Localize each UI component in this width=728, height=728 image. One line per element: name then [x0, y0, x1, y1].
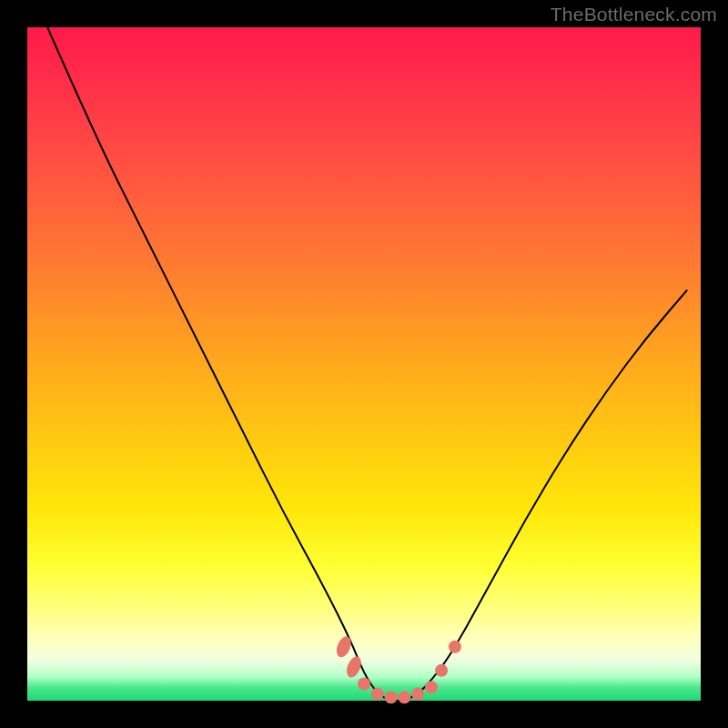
- curve-marker: [371, 688, 384, 701]
- curve-svg: [27, 27, 701, 701]
- plot-area: [27, 27, 701, 701]
- curve-marker: [449, 641, 461, 653]
- chart-frame: TheBottleneck.com: [0, 0, 728, 728]
- watermark-text: TheBottleneck.com: [551, 4, 717, 25]
- curve-marker: [425, 681, 438, 693]
- curve-marker: [435, 664, 448, 677]
- curve-marker: [411, 688, 424, 701]
- bottleneck-curve: [47, 27, 687, 701]
- curve-marker: [334, 634, 354, 659]
- curve-marker: [398, 691, 410, 703]
- curve-marker: [358, 678, 370, 691]
- curve-marker: [385, 691, 398, 703]
